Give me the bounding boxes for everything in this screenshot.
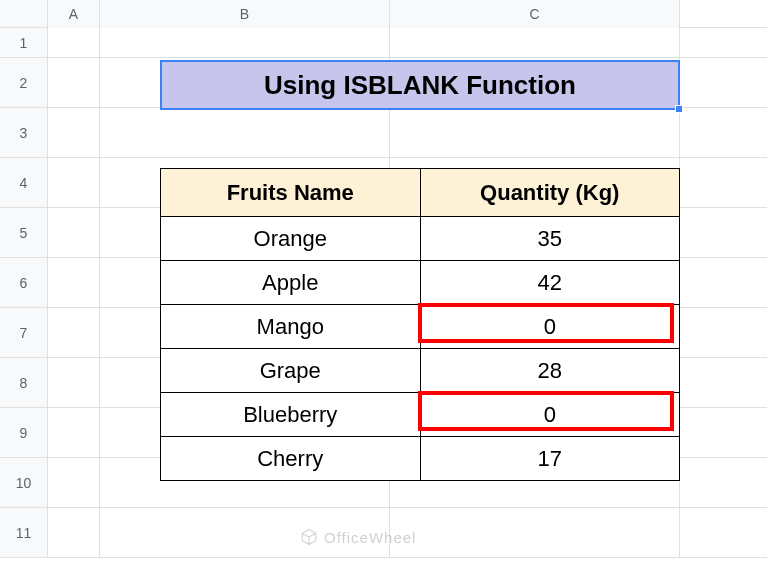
row-header-11[interactable]: 11 (0, 508, 48, 557)
watermark: OfficeWheel (300, 528, 416, 546)
grid-row: 1 (0, 28, 767, 58)
row-header-9[interactable]: 9 (0, 408, 48, 457)
cell[interactable] (100, 28, 390, 57)
row-header-2[interactable]: 2 (0, 58, 48, 107)
table-row: Grape28 (161, 349, 680, 393)
cell-fruit-name[interactable]: Grape (161, 349, 421, 393)
col-header-C[interactable]: C (390, 0, 680, 28)
cell-quantity[interactable]: 0 (420, 305, 680, 349)
header-fruits[interactable]: Fruits Name (161, 169, 421, 217)
table-row: Orange35 (161, 217, 680, 261)
cell[interactable] (48, 358, 100, 407)
col-header-A[interactable]: A (48, 0, 100, 28)
title-text: Using ISBLANK Function (264, 70, 576, 101)
col-header-B[interactable]: B (100, 0, 390, 28)
cell[interactable] (48, 108, 100, 157)
row-header-8[interactable]: 8 (0, 358, 48, 407)
table-row: Mango0 (161, 305, 680, 349)
title-cell[interactable]: Using ISBLANK Function (160, 60, 680, 110)
cell[interactable] (100, 108, 390, 157)
column-header-row: A B C (0, 0, 767, 28)
cell[interactable] (390, 508, 680, 557)
cell[interactable] (48, 158, 100, 207)
table-row: Blueberry0 (161, 393, 680, 437)
cell[interactable] (48, 58, 100, 107)
row-header-7[interactable]: 7 (0, 308, 48, 357)
cell[interactable] (48, 308, 100, 357)
table-row: Apple42 (161, 261, 680, 305)
row-header-10[interactable]: 10 (0, 458, 48, 507)
row-header-1[interactable]: 1 (0, 28, 48, 57)
cell-fruit-name[interactable]: Blueberry (161, 393, 421, 437)
table-row: Cherry17 (161, 437, 680, 481)
cell-quantity[interactable]: 42 (420, 261, 680, 305)
cell[interactable] (48, 258, 100, 307)
cell-fruit-name[interactable]: Cherry (161, 437, 421, 481)
cell[interactable] (48, 28, 100, 57)
cell-fruit-name[interactable]: Apple (161, 261, 421, 305)
row-header-3[interactable]: 3 (0, 108, 48, 157)
cell-quantity[interactable]: 0 (420, 393, 680, 437)
cell-quantity[interactable]: 35 (420, 217, 680, 261)
cell-quantity[interactable]: 17 (420, 437, 680, 481)
row-header-6[interactable]: 6 (0, 258, 48, 307)
select-all-corner[interactable] (0, 0, 48, 28)
cell[interactable] (48, 408, 100, 457)
cube-icon (300, 528, 318, 546)
cell[interactable] (390, 108, 680, 157)
grid-row: 3 (0, 108, 767, 158)
header-quantity[interactable]: Quantity (Kg) (420, 169, 680, 217)
selection-handle[interactable] (675, 105, 683, 113)
spreadsheet: A B C 1 2 3 4 5 6 7 (0, 0, 767, 579)
row-header-5[interactable]: 5 (0, 208, 48, 257)
cell-fruit-name[interactable]: Orange (161, 217, 421, 261)
row-header-4[interactable]: 4 (0, 158, 48, 207)
data-table: Fruits Name Quantity (Kg) Orange35Apple4… (160, 168, 680, 481)
cell-quantity[interactable]: 28 (420, 349, 680, 393)
cell[interactable] (48, 208, 100, 257)
cell[interactable] (48, 458, 100, 507)
cell[interactable] (390, 28, 680, 57)
cell[interactable] (48, 508, 100, 557)
cell-fruit-name[interactable]: Mango (161, 305, 421, 349)
table-header-row: Fruits Name Quantity (Kg) (161, 169, 680, 217)
watermark-text: OfficeWheel (324, 529, 416, 546)
